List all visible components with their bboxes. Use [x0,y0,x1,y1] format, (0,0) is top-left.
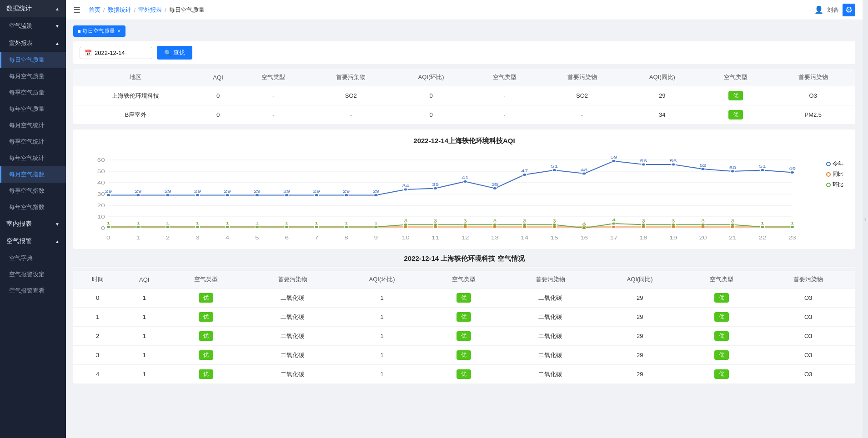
cell-aqi-tb: 29 [597,289,682,308]
svg-text:19: 19 [669,235,677,241]
svg-point-43 [166,194,170,197]
search-icon: 🔍 [164,50,171,56]
sidebar-item-monthly-index[interactable]: 每月空气指数 [0,166,66,183]
svg-text:34: 34 [402,184,410,188]
svg-text:1: 1 [136,221,140,225]
svg-point-163 [522,224,527,226]
svg-text:60: 60 [97,158,105,163]
cell-aqi: 0 [198,86,238,105]
cell-aqi-hb: 0 [393,105,469,124]
legend-today-label: 今年 [833,160,843,168]
legend-huanbi: 环比 [826,181,843,189]
breadcrumb-data-stats[interactable]: 数据统计 [108,6,131,14]
col-area: 地区 [73,69,198,86]
svg-text:1: 1 [285,221,289,225]
search-button[interactable]: 🔍 查拢 [157,46,192,60]
cell-time: 3 [73,346,122,365]
sidebar-item-quarterly-stats[interactable]: 每季空气统计 [0,134,66,150]
summary-table-row: B座室外 0 - - 0 - - 34 优 PM2.5 [73,105,855,124]
svg-point-61 [433,187,437,190]
detail-table-row: 2 1 优 二氧化碳 1 优 二氧化碳 29 优 O3 [73,327,855,346]
sidebar-group-air-monitor[interactable]: 空气监测 ▼ [0,17,66,35]
sidebar-item-air-dict[interactable]: 空气字典 [0,250,66,266]
breadcrumb-home[interactable]: 首页 [89,6,100,14]
breadcrumb: 首页 / 数据统计 / 室外报表 / 每日空气质量 [89,6,205,14]
legend-dot-today [826,162,831,166]
cell-air-type: - [238,105,309,124]
svg-text:29: 29 [343,189,350,194]
tab-daily-air-quality[interactable]: 每日空气质量 ✕ [73,25,125,37]
svg-text:29: 29 [313,189,320,194]
sidebar-item-alarm-view[interactable]: 空气报警查看 [0,283,66,299]
detail-table-row: 4 1 优 二氧化碳 1 优 二氧化碳 29 优 O3 [73,365,855,384]
sidebar-group-indoor-report[interactable]: 室内报表 ▼ [0,215,66,233]
svg-point-145 [255,226,259,229]
date-input-wrapper[interactable]: 📅 [80,47,152,59]
topbar-settings-icon[interactable]: ⚙ [843,4,855,16]
svg-point-167 [582,227,586,229]
svg-text:35: 35 [492,182,498,187]
sidebar-item-quarterly-air[interactable]: 每季空气质量 [0,85,66,101]
sidebar-group-data-stats[interactable]: 数据统计 ▲ [0,0,66,17]
svg-text:5: 5 [255,235,259,241]
breadcrumb-outdoor-report[interactable]: 室外报表 [138,6,162,14]
main-area: ☰ 首页 / 数据统计 / 室外报表 / 每日空气质量 👤 刘备 ⚙ 每日空气质… [66,0,863,438]
sidebar-item-daily-air[interactable]: 每日空气质量 [0,52,66,68]
sidebar-item-monthly-air[interactable]: 每月空气质量 [0,68,66,85]
svg-point-165 [552,224,557,226]
detail-col-aqi-hb: AQI(环比) [340,271,425,289]
svg-point-57 [374,194,378,197]
sidebar-item-yearly-index[interactable]: 每年空气指数 [0,199,66,215]
detail-table-row: 1 1 优 二氧化碳 1 优 二氧化碳 29 优 O3 [73,308,855,327]
detail-col-pollutant-hb: 首要污染物 [503,271,597,289]
col-air-type-hb: 空气类型 [469,69,540,86]
sidebar-item-monthly-stats[interactable]: 每月空气统计 [0,117,66,134]
cell-aqi-hb: 1 [340,289,425,308]
cell-air-type: 优 [166,308,246,327]
chevron-up-icon-outdoor: ▲ [55,41,60,46]
menu-icon[interactable]: ☰ [73,5,80,15]
sidebar-group-label: 数据统计 [6,5,32,13]
sidebar-group-outdoor-report[interactable]: 室外报表 ▲ [0,35,66,52]
col-aqi-hb: AQI(环比) [393,69,469,86]
svg-text:1: 1 [196,221,200,225]
calendar-icon: 📅 [85,50,92,56]
sidebar: 数据统计 ▲ 空气监测 ▼ 室外报表 ▲ 每日空气质量 每月空气质量 每季空气质… [0,0,66,438]
section-divider [73,267,855,267]
svg-text:29: 29 [135,189,141,194]
sidebar-group-air-alarm[interactable]: 空气报警 ▲ [0,233,66,250]
col-air-type-tb: 空气类型 [700,69,771,86]
status-badge: 优 [728,91,743,100]
svg-text:3: 3 [434,219,437,223]
cell-area: B座室外 [73,105,198,124]
svg-text:49: 49 [789,166,796,171]
sidebar-item-yearly-stats[interactable]: 每年空气统计 [0,150,66,166]
cell-pollutant-hb: 二氧化碳 [503,308,597,327]
chevron-down-icon-indoor: ▼ [55,222,60,227]
breadcrumb-current: 每日空气质量 [169,6,205,14]
svg-text:15: 15 [551,235,558,241]
svg-text:22: 22 [758,235,766,241]
date-input[interactable] [95,50,145,56]
svg-text:3: 3 [552,219,556,223]
cell-air-type-hb: 优 [424,327,503,346]
sidebar-item-yearly-air[interactable]: 每年空气质量 [0,101,66,117]
svg-text:3: 3 [731,219,735,223]
sidebar-item-alarm-setting[interactable]: 空气报警设定 [0,266,66,283]
cell-pollutant-hb: SO2 [540,86,624,105]
username[interactable]: 刘备 [827,6,839,14]
legend-today: 今年 [826,160,843,168]
svg-point-151 [344,226,348,229]
detail-col-air-type: 空气类型 [166,271,246,289]
svg-text:3: 3 [672,219,675,223]
svg-point-79 [701,168,705,170]
svg-text:13: 13 [491,235,499,241]
svg-text:52: 52 [699,163,706,168]
cell-pollutant: SO2 [309,86,393,105]
cell-pollutant: 二氧化碳 [246,346,340,365]
tab-close-icon[interactable]: ✕ [117,28,121,34]
svg-point-161 [493,224,497,226]
right-collapse-handle[interactable]: › [863,0,868,438]
sidebar-item-quarterly-index[interactable]: 每季空气指数 [0,183,66,199]
cell-pollutant-hb: 二氧化碳 [503,327,597,346]
